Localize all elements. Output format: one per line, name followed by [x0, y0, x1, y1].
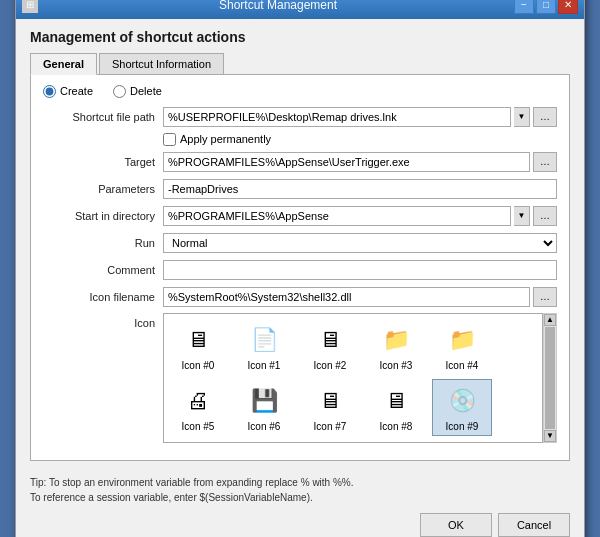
- icon-cell-4[interactable]: 📁Icon #4: [432, 318, 492, 375]
- icon-grid-container: 🖥Icon #0📄Icon #1🖥Icon #2📁Icon #3📁Icon #4…: [163, 313, 557, 443]
- icon-cell-3[interactable]: 📁Icon #3: [366, 318, 426, 375]
- icon-cell-label-3: Icon #3: [380, 360, 413, 371]
- apply-permanently-checkbox[interactable]: [163, 133, 176, 146]
- comment-label: Comment: [43, 264, 163, 276]
- comment-row: Comment: [43, 259, 557, 281]
- icon-row-0: 🖥Icon #0📄Icon #1🖥Icon #2📁Icon #3📁Icon #4: [168, 318, 538, 375]
- action-radio-group: Create Delete: [43, 85, 557, 98]
- icon-cell-2[interactable]: 🖥Icon #2: [300, 318, 360, 375]
- run-label: Run: [43, 237, 163, 249]
- parameters-label: Parameters: [43, 183, 163, 195]
- page-title: Management of shortcut actions: [30, 29, 570, 45]
- scroll-down-arrow[interactable]: ▼: [544, 430, 556, 442]
- close-button[interactable]: ✕: [558, 0, 578, 14]
- apply-permanently-label: Apply permanently: [180, 133, 271, 145]
- shortcut-file-path-dropdown[interactable]: ▼: [514, 107, 530, 127]
- create-radio-item[interactable]: Create: [43, 85, 93, 98]
- icon-cell-label-2: Icon #2: [314, 360, 347, 371]
- icon-row-1: 🖨Icon #5💾Icon #6🖥Icon #7🖥Icon #8💿Icon #9: [168, 379, 538, 436]
- icon-filename-label: Icon filename: [43, 291, 163, 303]
- target-input-wrap: …: [163, 152, 557, 172]
- maximize-button[interactable]: □: [536, 0, 556, 14]
- run-input-wrap: Normal Minimized Maximized: [163, 233, 557, 253]
- icon-cell-label-4: Icon #4: [446, 360, 479, 371]
- icon-label: Icon: [43, 313, 163, 329]
- comment-input[interactable]: [163, 260, 557, 280]
- start-in-directory-row: Start in directory ▼ …: [43, 205, 557, 227]
- icon-image-6: 💾: [246, 383, 282, 419]
- icon-image-5: 🖨: [180, 383, 216, 419]
- icon-scrollbar[interactable]: ▲ ▼: [543, 313, 557, 443]
- run-row: Run Normal Minimized Maximized: [43, 232, 557, 254]
- delete-radio-label: Delete: [130, 85, 162, 97]
- form-area: Create Delete Shortcut file path ▼ …: [30, 75, 570, 461]
- icon-cell-0[interactable]: 🖥Icon #0: [168, 318, 228, 375]
- icon-image-4: 📁: [444, 322, 480, 358]
- parameters-input[interactable]: [163, 179, 557, 199]
- icon-cell-label-7: Icon #7: [314, 421, 347, 432]
- icon-filename-input-wrap: …: [163, 287, 557, 307]
- delete-radio[interactable]: [113, 85, 126, 98]
- icon-cell-label-8: Icon #8: [380, 421, 413, 432]
- comment-input-wrap: [163, 260, 557, 280]
- delete-radio-item[interactable]: Delete: [113, 85, 162, 98]
- icon-image-9: 💿: [444, 383, 480, 419]
- icon-cell-5[interactable]: 🖨Icon #5: [168, 379, 228, 436]
- icon-image-8: 🖥: [378, 383, 414, 419]
- target-label: Target: [43, 156, 163, 168]
- parameters-input-wrap: [163, 179, 557, 199]
- icon-cell-label-0: Icon #0: [182, 360, 215, 371]
- icon-cell-7[interactable]: 🖥Icon #7: [300, 379, 360, 436]
- scroll-thumb[interactable]: [545, 327, 555, 429]
- content-area: Management of shortcut actions General S…: [16, 19, 584, 469]
- main-window: ⊞ Shortcut Management − □ ✕ Management o…: [15, 0, 585, 537]
- scroll-up-arrow[interactable]: ▲: [544, 314, 556, 326]
- icon-cell-1[interactable]: 📄Icon #1: [234, 318, 294, 375]
- title-bar-controls: − □ ✕: [514, 0, 578, 14]
- ok-button[interactable]: OK: [420, 513, 492, 537]
- icon-row: Icon 🖥Icon #0📄Icon #1🖥Icon #2📁Icon #3📁Ic…: [43, 313, 557, 443]
- minimize-button[interactable]: −: [514, 0, 534, 14]
- icon-cell-9[interactable]: 💿Icon #9: [432, 379, 492, 436]
- shortcut-file-path-input[interactable]: [163, 107, 511, 127]
- window-title: Shortcut Management: [42, 0, 514, 12]
- shortcut-file-path-label: Shortcut file path: [43, 111, 163, 123]
- icon-cell-label-5: Icon #5: [182, 421, 215, 432]
- run-select[interactable]: Normal Minimized Maximized: [163, 233, 557, 253]
- title-bar: ⊞ Shortcut Management − □ ✕: [16, 0, 584, 19]
- start-in-directory-dropdown[interactable]: ▼: [514, 206, 530, 226]
- target-browse[interactable]: …: [533, 152, 557, 172]
- shortcut-file-path-input-wrap: ▼ …: [163, 107, 557, 127]
- start-in-directory-label: Start in directory: [43, 210, 163, 222]
- icon-image-2: 🖥: [312, 322, 348, 358]
- icon-filename-input[interactable]: [163, 287, 530, 307]
- create-radio-label: Create: [60, 85, 93, 97]
- shortcut-file-path-browse[interactable]: …: [533, 107, 557, 127]
- icon-image-7: 🖥: [312, 383, 348, 419]
- start-in-directory-browse[interactable]: …: [533, 206, 557, 226]
- icon-cell-8[interactable]: 🖥Icon #8: [366, 379, 426, 436]
- icon-cell-label-1: Icon #1: [248, 360, 281, 371]
- apply-permanently-row: Apply permanently: [163, 133, 557, 146]
- icon-filename-row: Icon filename …: [43, 286, 557, 308]
- cancel-button[interactable]: Cancel: [498, 513, 570, 537]
- tip-line1: Tip: To stop an environment variable fro…: [30, 475, 570, 490]
- icon-image-0: 🖥: [180, 322, 216, 358]
- icon-cell-label-6: Icon #6: [248, 421, 281, 432]
- icon-cell-label-9: Icon #9: [446, 421, 479, 432]
- create-radio[interactable]: [43, 85, 56, 98]
- icon-grid: 🖥Icon #0📄Icon #1🖥Icon #2📁Icon #3📁Icon #4…: [163, 313, 543, 443]
- icon-image-3: 📁: [378, 322, 414, 358]
- icon-cell-6[interactable]: 💾Icon #6: [234, 379, 294, 436]
- window-icon: ⊞: [22, 0, 38, 13]
- tabs: General Shortcut Information: [30, 53, 570, 75]
- icon-filename-browse[interactable]: …: [533, 287, 557, 307]
- tab-shortcut-information[interactable]: Shortcut Information: [99, 53, 224, 74]
- target-input[interactable]: [163, 152, 530, 172]
- shortcut-file-path-row: Shortcut file path ▼ …: [43, 106, 557, 128]
- parameters-row: Parameters: [43, 178, 557, 200]
- start-in-directory-input[interactable]: [163, 206, 511, 226]
- target-row: Target …: [43, 151, 557, 173]
- tab-general[interactable]: General: [30, 53, 97, 75]
- bottom-bar: OK Cancel: [16, 513, 584, 538]
